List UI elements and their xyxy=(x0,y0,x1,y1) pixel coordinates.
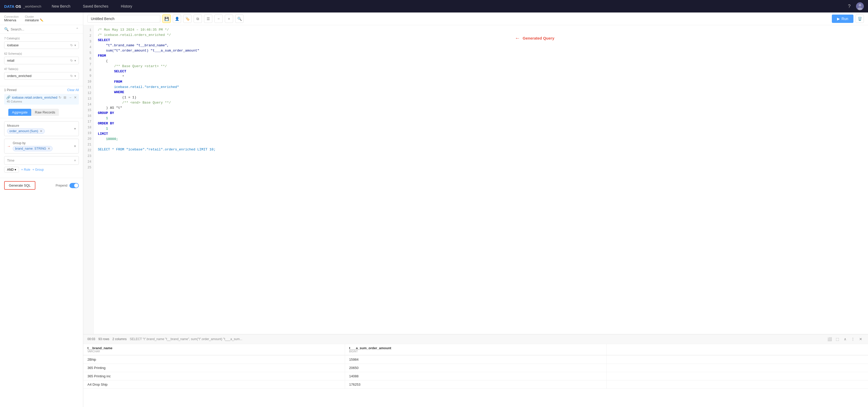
bench-name-input[interactable] xyxy=(87,15,160,23)
line-number-6: 6 xyxy=(83,56,93,62)
table-row: 365 Printing inc14088 xyxy=(83,372,868,380)
filter-section: Measure order_amount (Sum) ✕ ▾ → Group b… xyxy=(0,118,83,178)
line-number-11: 11 xyxy=(83,85,93,90)
plus-icon-button[interactable]: + xyxy=(225,14,233,23)
code-line-17: GROUP BY xyxy=(98,111,864,116)
logo: DATAOS _workbench xyxy=(4,4,41,8)
results-maximize-icon[interactable]: ⬚ xyxy=(834,336,840,342)
cell-brand: A4 Drop Ship xyxy=(83,380,345,389)
catalog-select[interactable]: icebase ↻ ▾ xyxy=(4,41,79,49)
delete-bench-button[interactable]: 🗑️ xyxy=(856,14,864,23)
table-row: A4 Drop Ship176253 xyxy=(83,380,868,389)
collapse-icon[interactable]: ⌃ xyxy=(76,27,79,31)
code-line-6: FROM xyxy=(98,53,864,59)
schema-count-label: 62 Schema(s) xyxy=(4,52,79,55)
prepend-label: Prepend xyxy=(56,184,67,187)
code-line-19: ORDER BY xyxy=(98,121,864,126)
and-button[interactable]: AND ▾ xyxy=(4,167,19,173)
tag-icon-button[interactable]: 🏷️ xyxy=(183,14,191,23)
group-by-arrow-icon: → xyxy=(7,144,11,148)
line-number-25: 25 xyxy=(83,165,93,170)
code-line-25 xyxy=(98,152,864,157)
nav-new-bench[interactable]: New Bench xyxy=(50,3,72,9)
code-line-11: FROM xyxy=(98,80,864,85)
results-header: 00:03 93 rows 2 columns SELECT "t".brand… xyxy=(83,335,868,344)
time-chevron-icon[interactable]: ▾ xyxy=(74,158,76,162)
run-button[interactable]: ▶ Run xyxy=(832,14,854,23)
search-input[interactable] xyxy=(11,27,74,31)
add-group-button[interactable]: + Group xyxy=(32,168,44,171)
results-rows: 93 rows xyxy=(98,337,109,341)
line-number-2: 2 xyxy=(83,33,93,39)
minus-icon-button[interactable]: − xyxy=(214,14,223,23)
table-value: orders_enriched xyxy=(7,74,70,78)
generate-sql-button[interactable]: Generate SQL xyxy=(4,181,35,190)
col-header-brand: t__brand_name VARCHAR xyxy=(83,344,345,355)
measure-filter-card: Measure order_amount (Sum) ✕ ▾ xyxy=(4,121,79,136)
table-row: 2Bhip15984 xyxy=(83,355,868,364)
results-time: 00:03 xyxy=(87,337,95,341)
connection-label: Connection xyxy=(4,15,19,18)
editor-toolbar: 💾 👤 🏷️ ⧉ ☰ − + 🔍 ▶ Run 🗑️ xyxy=(83,12,868,25)
line-number-16: 16 xyxy=(83,113,93,119)
list-icon-button[interactable]: ☰ xyxy=(204,14,212,23)
group-by-remove-icon[interactable]: ✕ xyxy=(48,147,50,150)
table-refresh-icon[interactable]: ↻ xyxy=(70,74,73,78)
cluster-label: Cluster xyxy=(25,15,43,18)
add-rule-button[interactable]: + Rule xyxy=(21,168,30,171)
share-icon-button[interactable]: 👤 xyxy=(173,14,181,23)
line-number-24: 24 xyxy=(83,159,93,165)
table-chevron-icon[interactable]: ▾ xyxy=(74,74,76,78)
schema-select[interactable]: retail ↻ ▾ xyxy=(4,57,79,64)
nav-saved-benches[interactable]: Saved Benches xyxy=(81,3,110,9)
results-close-icon[interactable]: ✕ xyxy=(858,336,864,342)
catalog-refresh-icon[interactable]: ↻ xyxy=(70,43,73,47)
catalog-count-label: 7 Catalog(s) xyxy=(4,37,79,40)
results-more-icon[interactable]: ⋮ xyxy=(850,336,856,342)
edit-cluster-icon[interactable]: ✏️ xyxy=(40,19,43,22)
clear-all-button[interactable]: Clear All xyxy=(67,88,79,92)
pinned-section: 1 Pinned Clear All 🔗 icebase.retail.orde… xyxy=(0,86,83,118)
nav-history[interactable]: History xyxy=(119,3,134,9)
search-editor-icon-button[interactable]: 🔍 xyxy=(235,14,244,23)
top-nav: DATAOS _workbench New Bench Saved Benche… xyxy=(0,0,868,12)
line-number-9: 9 xyxy=(83,73,93,79)
line-number-4: 4 xyxy=(83,44,93,50)
code-editor[interactable]: 1234567891011121314151617181920212223242… xyxy=(83,25,868,334)
cell-empty xyxy=(607,380,868,389)
prepend-toggle[interactable] xyxy=(69,183,79,188)
aggregate-tab[interactable]: Aggregate xyxy=(8,109,31,116)
generate-sql-section: Generate SQL Prepend xyxy=(0,178,83,193)
catalog-chevron-icon[interactable]: ▾ xyxy=(74,43,76,47)
time-label: Time xyxy=(7,158,14,162)
arrow-right-icon[interactable]: → xyxy=(68,95,72,99)
svg-point-1 xyxy=(859,4,861,6)
refresh-table-icon[interactable]: ↻ xyxy=(59,95,61,99)
columns-icon[interactable]: ⊞ xyxy=(63,95,66,99)
time-filter-card[interactable]: Time ▾ xyxy=(4,156,79,165)
results-cols: 2 columns xyxy=(113,337,127,341)
results-collapse-up-icon[interactable]: ∧ xyxy=(842,336,848,342)
schema-chevron-icon[interactable]: ▾ xyxy=(74,59,76,62)
code-line-20: 1 xyxy=(98,126,864,131)
close-table-icon[interactable]: ✕ xyxy=(74,95,77,99)
group-by-chevron-icon[interactable]: ▾ xyxy=(74,144,76,148)
avatar[interactable] xyxy=(856,2,864,10)
pinned-count-label: 1 Pinned xyxy=(4,88,17,92)
copy-icon-button[interactable]: ⧉ xyxy=(194,14,202,23)
code-line-5: sum("t".order_amount) "t___a_sum_order_a… xyxy=(98,48,864,53)
schema-refresh-icon[interactable]: ↻ xyxy=(70,59,73,62)
help-icon[interactable]: ? xyxy=(846,3,853,10)
measure-remove-icon[interactable]: ✕ xyxy=(40,129,42,133)
measure-chevron-icon[interactable]: ▾ xyxy=(74,127,76,131)
raw-records-tab[interactable]: Raw Records xyxy=(31,109,59,116)
code-line-15: /** <end> Base Query **/ xyxy=(98,100,864,105)
save-icon-button[interactable]: 💾 xyxy=(162,14,171,23)
code-line-9: SELECT xyxy=(98,69,864,74)
code-content[interactable]: /* Mon May 13 2024 – 10:46:35 PM *//* ic… xyxy=(94,25,868,334)
code-line-7: ( xyxy=(98,59,864,64)
results-expand-icon[interactable]: ⬜ xyxy=(826,336,833,342)
line-number-18: 18 xyxy=(83,125,93,130)
cell-amount: 15984 xyxy=(345,355,606,364)
table-select[interactable]: orders_enriched ↻ ▾ xyxy=(4,72,79,80)
